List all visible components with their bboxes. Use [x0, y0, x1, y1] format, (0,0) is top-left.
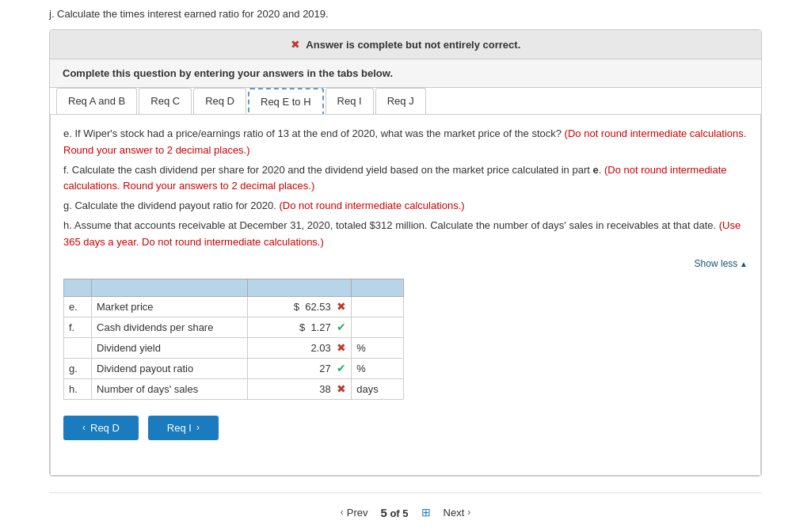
- row-unit-f: [352, 317, 404, 337]
- complete-instruction: Complete this question by entering your …: [50, 59, 761, 88]
- question-f: f. Calculate the cash dividend per share…: [63, 164, 604, 176]
- table-row: e. Market price $ 62.53 ✖: [64, 296, 404, 317]
- tab-req-a-b[interactable]: Req A and B: [56, 88, 137, 114]
- row-desc-e: Market price: [92, 296, 248, 317]
- question-h: h. Assume that accounts receivable at De…: [63, 219, 719, 231]
- tab-req-i[interactable]: Req I: [326, 88, 374, 114]
- wrong-icon-h: ✖: [337, 382, 346, 395]
- next-button-label: Req I: [167, 422, 192, 434]
- row-unit-g: %: [352, 358, 404, 378]
- top-instruction: j. Calculate the times interest earned r…: [49, 8, 762, 20]
- correct-icon-g: ✔: [337, 362, 346, 374]
- tab-req-c[interactable]: Req C: [139, 88, 192, 114]
- tab-req-d[interactable]: Req D: [193, 88, 246, 114]
- show-less-row: Show less: [63, 257, 748, 269]
- prev-button-label: Req D: [90, 422, 120, 434]
- row-label-g: g.: [64, 358, 92, 378]
- question-g: g. Calculate the dividend payout ratio f…: [63, 200, 279, 211]
- table-row: f. Cash dividends per share $ 1.27 ✔: [64, 317, 404, 337]
- row-desc-h: Number of days' sales: [92, 378, 248, 399]
- bottom-pagination: ‹ Prev 5 of 5 ⊞ Next ›: [49, 492, 762, 532]
- tab-req-j[interactable]: Req J: [375, 88, 426, 114]
- row-desc-g: Dividend payout ratio: [92, 358, 248, 378]
- row-value-e: $ 62.53 ✖: [248, 296, 352, 317]
- table-header-label: [64, 279, 92, 296]
- table-row: Dividend yield 2.03 ✖ %: [64, 337, 404, 358]
- question-text: e. If Wiper's stock had a price/earnings…: [63, 126, 748, 251]
- table-header-unit: [352, 279, 404, 296]
- row-unit-div-yield: %: [352, 337, 404, 358]
- row-value-div-yield: 2.03 ✖: [248, 337, 352, 358]
- content-area: e. If Wiper's stock had a price/earnings…: [50, 115, 761, 476]
- correct-icon-f: ✔: [337, 321, 346, 333]
- status-icon: ✖: [291, 38, 300, 51]
- row-desc-div-yield: Dividend yield: [92, 337, 248, 358]
- row-value-h: 38 ✖: [248, 378, 352, 399]
- status-message: Answer is complete but not entirely corr…: [306, 39, 520, 51]
- question-g-instruction: (Do not round intermediate calculations.…: [279, 200, 464, 211]
- row-desc-f: Cash dividends per share: [92, 317, 248, 337]
- pagination-total-pages: 5: [402, 507, 408, 519]
- question-e: e. If Wiper's stock had a price/earnings…: [63, 127, 565, 139]
- answer-status-header: ✖ Answer is complete but not entirely co…: [50, 30, 761, 59]
- table-row: h. Number of days' sales 38 ✖ days: [64, 378, 404, 399]
- pagination-separator: of: [390, 507, 402, 519]
- answers-table: e. Market price $ 62.53 ✖ f. Cash divide…: [63, 279, 404, 400]
- next-pagination-arrow-icon: ›: [467, 507, 470, 518]
- pagination-info: 5 of 5: [380, 506, 408, 519]
- show-less-link[interactable]: Show less: [695, 258, 748, 269]
- pagination-next-button[interactable]: Next ›: [444, 507, 471, 519]
- table-row: g. Dividend payout ratio 27 ✔ %: [64, 358, 404, 378]
- row-label-f: f.: [64, 317, 92, 337]
- next-req-i-button[interactable]: Req I ›: [148, 416, 219, 440]
- wrong-icon-e: ✖: [337, 300, 346, 313]
- prev-arrow-icon: ‹: [82, 422, 86, 433]
- wrong-icon-div-yield: ✖: [337, 341, 346, 354]
- pagination-prev-button[interactable]: ‹ Prev: [341, 507, 368, 519]
- pagination-prev-label: Prev: [347, 507, 368, 519]
- prev-pagination-arrow-icon: ‹: [341, 507, 344, 518]
- prev-req-d-button[interactable]: ‹ Req D: [63, 416, 139, 440]
- table-header-desc: [92, 279, 248, 296]
- tab-req-e-h[interactable]: Req E to H: [248, 88, 324, 114]
- pagination-next-label: Next: [444, 507, 465, 519]
- table-header-value: [248, 279, 352, 296]
- grid-icon[interactable]: ⊞: [421, 506, 431, 519]
- row-unit-e: [352, 296, 404, 317]
- row-unit-h: days: [352, 378, 404, 399]
- nav-buttons: ‹ Req D Req I ›: [63, 416, 748, 440]
- row-label-h: h.: [64, 378, 92, 399]
- row-value-f: $ 1.27 ✔: [248, 317, 352, 337]
- next-arrow-icon: ›: [196, 422, 200, 433]
- pagination-current-page: 5: [380, 506, 386, 519]
- row-label-div-yield: [64, 337, 92, 358]
- answer-status-box: ✖ Answer is complete but not entirely co…: [49, 29, 762, 477]
- tabs-container: Req A and B Req C Req D Req E to H Req I…: [50, 88, 761, 115]
- row-label-e: e.: [64, 296, 92, 317]
- row-value-g: 27 ✔: [248, 358, 352, 378]
